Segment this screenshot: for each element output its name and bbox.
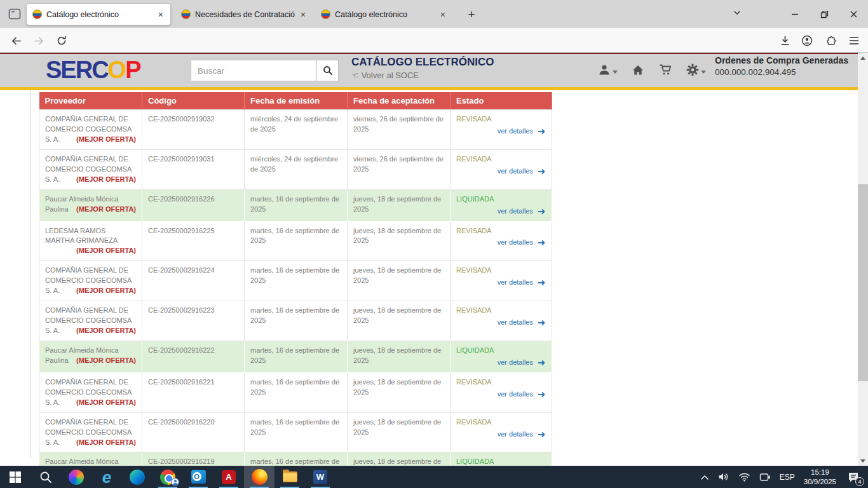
- taskbar-word-button[interactable]: W: [305, 466, 336, 488]
- wifi-button[interactable]: [738, 473, 750, 482]
- column-header: Fecha de emisión: [245, 92, 348, 110]
- content-left-divider: [30, 90, 31, 458]
- list-all-tabs-button[interactable]: [732, 8, 742, 20]
- ver-detalles-link[interactable]: ver detalles: [456, 166, 546, 177]
- firefox-view-button[interactable]: [5, 6, 24, 22]
- ecuador-coat-favicon: [181, 10, 191, 19]
- reload-button[interactable]: [55, 34, 69, 48]
- emission-date: miércoles, 24 de septiembre de 2025: [245, 149, 348, 189]
- column-header: Código: [142, 92, 245, 110]
- tray-expand-button[interactable]: [700, 474, 709, 480]
- sercop-logo[interactable]: SERCOP: [46, 58, 140, 82]
- tab-close-icon[interactable]: ×: [439, 10, 447, 19]
- language-indicator[interactable]: ESP: [780, 473, 795, 482]
- arrow-right-icon: [538, 320, 546, 326]
- ver-detalles-link[interactable]: ver detalles: [456, 318, 546, 328]
- orders-number: 000.000.002.904.495: [715, 67, 851, 77]
- best-offer-badge: (MEJOR OFERTA): [76, 398, 136, 408]
- minimize-icon: [791, 10, 799, 18]
- emission-date: martes, 16 de septiembre de 2025: [245, 189, 348, 221]
- tab-necesidades-contratacion[interactable]: Necesidades de Contratación y ×: [175, 4, 313, 25]
- arrow-right-icon: [538, 240, 546, 246]
- firefox-view-icon: [8, 8, 21, 20]
- tab-close-icon[interactable]: ×: [299, 10, 307, 19]
- search-button[interactable]: [316, 60, 338, 81]
- tab-close-icon[interactable]: ×: [157, 10, 165, 19]
- window-close-button[interactable]: [841, 5, 865, 23]
- taskbar-copilot-button[interactable]: [61, 466, 92, 488]
- account-icon: [801, 35, 813, 46]
- ver-detalles-link[interactable]: ver detalles: [456, 207, 546, 217]
- scroll-up-arrow[interactable]: [858, 53, 868, 63]
- taskbar-search-button[interactable]: [31, 466, 61, 488]
- order-code: CE-20250002916225: [142, 221, 245, 261]
- ver-detalles-link[interactable]: ver detalles: [456, 126, 546, 137]
- cart-icon: [659, 64, 672, 76]
- wifi-icon: [738, 473, 750, 482]
- ver-detalles-link[interactable]: ver detalles: [456, 430, 546, 440]
- ver-detalles-link[interactable]: ver detalles: [456, 238, 546, 248]
- taskbar-outlook-button[interactable]: [183, 466, 214, 488]
- internet-explorer-icon: e: [102, 469, 111, 485]
- acceptance-date: jueves, 18 de septiembre de 2025: [348, 261, 451, 301]
- action-center-button[interactable]: 4: [845, 470, 862, 485]
- chevron-up-icon: [700, 474, 709, 480]
- meet-now-button[interactable]: [759, 473, 771, 482]
- ver-detalles-link[interactable]: ver detalles: [456, 278, 546, 288]
- ver-detalles-link[interactable]: ver detalles: [456, 390, 546, 400]
- restore-icon: [820, 10, 829, 18]
- taskbar-edge-button[interactable]: [122, 466, 153, 488]
- scroll-down-arrow[interactable]: [858, 456, 868, 466]
- ecuador-coat-favicon: [32, 10, 42, 19]
- start-button[interactable]: [0, 466, 31, 488]
- restore-button[interactable]: [812, 5, 836, 23]
- emission-date: martes, 16 de septiembre de 2025: [245, 301, 348, 341]
- provider-name: LEDESMA RAMOS MARTHA GRIMANEZA: [45, 227, 118, 245]
- menu-button[interactable]: [847, 34, 861, 48]
- volver-al-soce-link[interactable]: ☜Volver al SOCE: [351, 71, 419, 80]
- chevron-down-icon: [701, 71, 706, 74]
- page-scrollbar[interactable]: [858, 53, 868, 466]
- taskbar-clock[interactable]: 15:19 30/9/2025: [804, 468, 836, 487]
- downloads-icon: [780, 36, 790, 46]
- minimize-button[interactable]: [783, 5, 807, 23]
- user-menu-button[interactable]: [598, 64, 618, 76]
- home-button[interactable]: [632, 64, 644, 76]
- scrollbar-thumb[interactable]: [858, 184, 868, 381]
- gold-divider-bar: [0, 87, 858, 90]
- volume-button[interactable]: [718, 472, 729, 482]
- order-code: CE-20250002916223: [142, 301, 245, 341]
- taskbar-internet-explorer-button[interactable]: e: [92, 466, 122, 488]
- firefox-icon: [252, 469, 268, 485]
- orders-table-header-row: ProveedorCódigoFecha de emisiónFecha de …: [39, 92, 552, 110]
- arrow-right-icon: [538, 168, 546, 175]
- acceptance-date: jueves, 18 de septiembre de 2025: [348, 341, 451, 372]
- status-badge: REVISADA: [456, 417, 546, 428]
- tab-title: Necesidades de Contratación y: [195, 10, 295, 19]
- cart-button[interactable]: [659, 64, 672, 76]
- extensions-button[interactable]: [824, 34, 837, 48]
- downloads-button[interactable]: [778, 34, 792, 48]
- table-row: Paucar Almeida Mónica Paulina (MEJOR OFE…: [39, 341, 552, 372]
- column-header: Proveedor: [39, 92, 142, 110]
- forward-button[interactable]: [32, 34, 46, 48]
- acceptance-date: viernes, 26 de septiembre de 2025: [348, 149, 451, 189]
- new-tab-button[interactable]: +: [463, 6, 480, 24]
- taskbar-acrobat-button[interactable]: A: [214, 466, 244, 488]
- taskbar-file-explorer-button[interactable]: [275, 466, 305, 488]
- tab-title: Catálogo electrónico: [335, 10, 435, 19]
- gear-icon: [686, 64, 699, 76]
- file-explorer-icon: [283, 471, 297, 482]
- settings-menu-button[interactable]: [686, 64, 706, 76]
- taskbar-firefox-button[interactable]: [244, 466, 275, 488]
- tab-catalogo-electronico-2[interactable]: Catálogo electrónico ×: [315, 4, 452, 25]
- account-button[interactable]: [800, 34, 814, 48]
- ver-detalles-link[interactable]: ver detalles: [456, 358, 546, 368]
- back-button[interactable]: [9, 34, 23, 48]
- tab-catalogo-electronico-1[interactable]: Catálogo electrónico ×: [27, 4, 170, 25]
- taskbar-chrome-button[interactable]: [153, 466, 183, 488]
- order-code: CE-20250002916221: [142, 372, 245, 412]
- search-icon: [39, 471, 52, 484]
- search-input[interactable]: [191, 60, 316, 81]
- home-icon: [632, 64, 644, 76]
